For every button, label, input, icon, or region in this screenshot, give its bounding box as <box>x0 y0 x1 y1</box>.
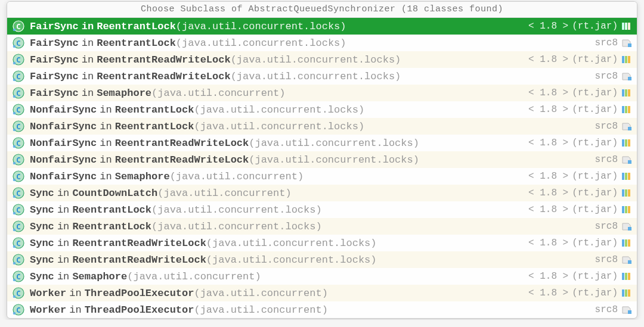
class-label: FairSync in ReentrantLock (java.util.con… <box>30 21 528 32</box>
location-info: src8 <box>595 221 632 232</box>
class-label: Sync in CountDownLatch (java.util.concur… <box>30 188 528 199</box>
svg-rect-29 <box>622 106 624 113</box>
svg-rect-24 <box>625 89 627 96</box>
svg-rect-35 <box>628 127 631 130</box>
in-keyword: in <box>82 71 94 82</box>
source-location: src8 <box>595 71 618 82</box>
container-class: ReentrantLock <box>115 104 194 116</box>
svg-text:C: C <box>16 22 21 31</box>
svg-text:C: C <box>16 155 21 164</box>
jdk-version: < 1.8 > <box>528 271 568 282</box>
library-icon <box>621 104 632 115</box>
class-list-item[interactable]: C FairSync in ReentrantLock (java.util.c… <box>7 18 637 35</box>
class-label: NonfairSync in ReentrantReadWriteLock (j… <box>30 138 528 149</box>
class-label: FairSync in ReentrantLock (java.util.con… <box>30 38 595 49</box>
package-name: (java.util.concurrent) <box>127 271 261 282</box>
svg-rect-81 <box>622 273 624 280</box>
svg-point-48 <box>13 179 16 182</box>
container-class: ReentrantReadWriteLock <box>72 254 206 266</box>
class-icon: C <box>12 70 25 83</box>
container-class: Semaphore <box>72 271 127 282</box>
jdk-version: < 1.8 > <box>528 171 568 182</box>
jdk-version: < 1.8 > <box>528 188 568 198</box>
class-list-item[interactable]: C NonfairSync in ReentrantReadWriteLock … <box>7 151 637 168</box>
class-icon: C <box>12 270 25 283</box>
source-folder-icon <box>621 221 632 232</box>
svg-rect-55 <box>622 189 624 197</box>
class-label: Sync in ReentrantReadWriteLock (java.uti… <box>30 254 595 266</box>
class-list-item[interactable]: C Worker in ThreadPoolExecutor (java.uti… <box>7 285 637 301</box>
source-folder-icon <box>621 38 632 48</box>
svg-point-2 <box>13 29 16 32</box>
in-keyword: in <box>100 138 112 149</box>
class-list-item[interactable]: C Sync in ReentrantReadWriteLock (java.u… <box>7 235 637 251</box>
class-icon: C <box>12 236 25 250</box>
location-info: < 1.8 >(rt.jar) <box>528 271 632 282</box>
package-name: (java.util.concurrent.locks) <box>206 238 377 249</box>
svg-text:C: C <box>16 205 21 214</box>
container-class: ThreadPoolExecutor <box>85 288 194 299</box>
class-list-item[interactable]: C NonfairSync in ReentrantReadWriteLock … <box>7 135 637 151</box>
container-class: ReentrantLock <box>72 221 151 232</box>
svg-point-38 <box>13 145 16 148</box>
class-name: Sync <box>30 188 54 199</box>
class-list-item[interactable]: C NonfairSync in ReentrantLock (java.uti… <box>7 101 637 118</box>
container-class: ReentrantReadWriteLock <box>115 154 249 166</box>
class-list-item[interactable]: C FairSync in ReentrantReadWriteLock (ja… <box>7 51 637 68</box>
svg-rect-13 <box>622 56 624 63</box>
jdk-version: < 1.8 > <box>528 21 568 32</box>
svg-text:C: C <box>16 172 21 181</box>
class-label: Sync in ReentrantLock (java.util.concurr… <box>30 204 528 216</box>
class-name: NonfairSync <box>30 138 97 149</box>
class-label: NonfairSync in ReentrantLock (java.util.… <box>30 104 528 116</box>
class-list[interactable]: C FairSync in ReentrantLock (java.util.c… <box>7 18 637 318</box>
class-list-item[interactable]: C NonfairSync in ReentrantLock (java.uti… <box>7 118 637 135</box>
in-keyword: in <box>100 121 112 132</box>
class-list-item[interactable]: C Worker in ThreadPoolExecutor (java.uti… <box>7 301 637 318</box>
svg-point-28 <box>13 112 16 115</box>
class-name: FairSync <box>30 71 79 82</box>
class-list-item[interactable]: C Sync in Semaphore (java.util.concurren… <box>7 268 637 285</box>
class-list-item[interactable]: C NonfairSync in Semaphore (java.util.co… <box>7 168 637 185</box>
class-list-item[interactable]: C Sync in ReentrantLock (java.util.concu… <box>7 201 637 218</box>
class-list-item[interactable]: C Sync in ReentrantLock (java.util.concu… <box>7 218 637 235</box>
svg-text:C: C <box>16 139 21 148</box>
choose-subclass-popup: Choose Subclass of AbstractQueuedSynchro… <box>7 1 637 319</box>
source-location: (rt.jar) <box>572 288 618 298</box>
svg-rect-57 <box>628 189 630 197</box>
svg-point-86 <box>13 295 16 298</box>
in-keyword: in <box>100 104 112 116</box>
class-name: NonfairSync <box>30 154 97 166</box>
library-icon <box>621 88 632 98</box>
svg-rect-89 <box>628 289 630 297</box>
class-list-item[interactable]: C FairSync in ReentrantReadWriteLock (ja… <box>7 68 637 85</box>
class-icon: C <box>12 170 25 183</box>
in-keyword: in <box>57 221 69 232</box>
class-name: NonfairSync <box>30 171 97 182</box>
source-location: src8 <box>595 221 618 232</box>
package-name: (java.util.concurrent.locks) <box>206 254 377 266</box>
class-label: Sync in ReentrantReadWriteLock (java.uti… <box>30 238 528 249</box>
container-class: Semaphore <box>97 88 151 99</box>
package-name: (java.util.concurrent.locks) <box>231 71 401 82</box>
class-list-item[interactable]: C Sync in ReentrantReadWriteLock (java.u… <box>7 251 637 268</box>
class-icon: C <box>12 36 25 49</box>
svg-rect-87 <box>622 289 624 297</box>
jdk-version: < 1.8 > <box>528 288 568 298</box>
package-name: (java.util.concurrent.locks) <box>176 21 346 32</box>
class-name: FairSync <box>30 54 79 66</box>
svg-point-92 <box>13 312 16 315</box>
class-list-item[interactable]: C FairSync in ReentrantLock (java.util.c… <box>7 35 637 51</box>
class-icon: C <box>12 186 25 200</box>
class-list-item[interactable]: C Sync in CountDownLatch (java.util.conc… <box>7 185 637 201</box>
jdk-version: < 1.8 > <box>528 54 568 65</box>
class-icon: C <box>12 153 25 166</box>
library-icon <box>621 238 632 248</box>
class-list-item[interactable]: C FairSync in Semaphore (java.util.concu… <box>7 85 637 101</box>
in-keyword: in <box>57 188 69 199</box>
svg-rect-93 <box>628 310 631 314</box>
svg-rect-50 <box>625 173 627 180</box>
class-name: FairSync <box>30 88 79 99</box>
source-location: src8 <box>595 254 618 265</box>
svg-point-22 <box>13 95 16 98</box>
